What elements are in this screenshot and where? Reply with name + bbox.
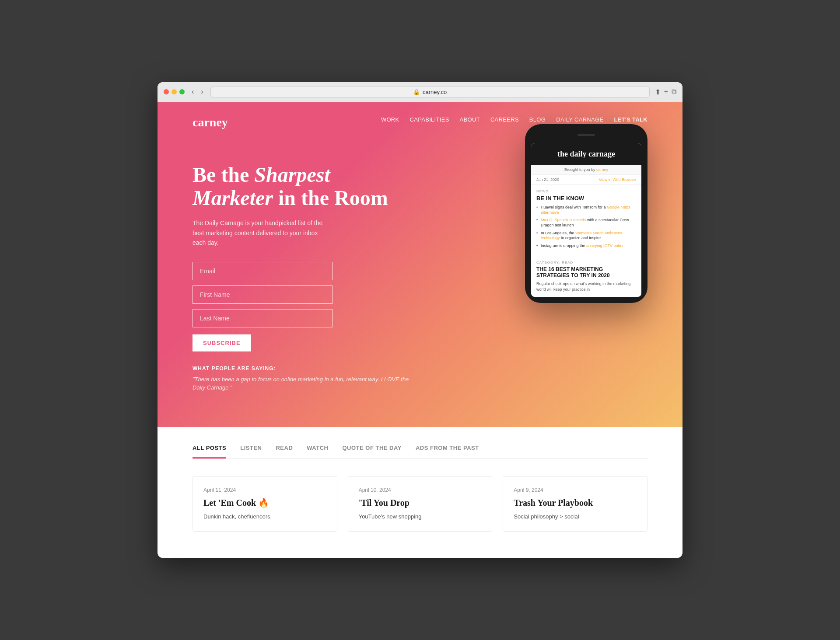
email-section-news: NEWS BE IN THE KNOW Huawei signs deal wi… <box>531 185 641 256</box>
subscribe-button[interactable]: SUBSCRIBE <box>192 334 251 351</box>
firstname-input[interactable] <box>192 285 332 304</box>
headline-normal: Be the <box>192 163 254 186</box>
list-item: Huawei signs deal with TomTom for a Goog… <box>536 205 636 215</box>
email-news-tag: NEWS <box>536 189 636 193</box>
share-button[interactable]: ⬆ <box>655 88 661 96</box>
phone-notch <box>569 130 604 140</box>
nav-blog[interactable]: BLOG <box>529 116 546 123</box>
nav-careers[interactable]: CAREERS <box>490 116 519 123</box>
page-content: carney WORK CAPABILITIES ABOUT CAREERS B… <box>158 102 682 558</box>
email-meta-text: Brought to you by <box>564 167 595 172</box>
blog-card-3[interactable]: April 9, 2024 Trash Your Playbook Social… <box>503 476 648 532</box>
hero-subtext: The Daily Carnage is your handpicked lis… <box>192 218 332 247</box>
blog-section: ALL POSTS LISTEN READ WATCH QUOTE OF THE… <box>158 427 682 558</box>
blog-grid: April 11, 2024 Let 'Em Cook 🔥 Dunkin hac… <box>192 476 648 532</box>
card-date: April 10, 2024 <box>359 487 482 493</box>
email-field-group <box>192 262 411 280</box>
tab-quote-of-the-day[interactable]: QUOTE OF THE DAY <box>343 445 402 458</box>
address-bar[interactable]: 🔒 carney.co <box>210 87 650 97</box>
tab-ads-from-the-past[interactable]: ADS FROM THE PAST <box>416 445 479 458</box>
blog-tabs: ALL POSTS LISTEN READ WATCH QUOTE OF THE… <box>192 445 648 459</box>
testimonial-quote: "There has been a gap to focus on online… <box>192 375 411 392</box>
testimonial-label: WHAT PEOPLE ARE SAYING: <box>192 365 411 372</box>
email-news-title: BE IN THE KNOW <box>536 195 636 202</box>
email-date-row: Jan 21, 2020 View in Web Browser <box>531 175 641 185</box>
nav-daily-carnage[interactable]: DAILY CARNAGE <box>556 116 603 123</box>
list-item: Instagram is dropping the annoying IGTV … <box>536 243 636 249</box>
phone-speaker <box>578 134 595 136</box>
forward-button[interactable]: › <box>199 87 205 97</box>
email-view-link[interactable]: View in Web Browser <box>599 177 636 182</box>
womens-march-link[interactable]: Women's March embraces technology <box>541 231 622 240</box>
nav-capabilities[interactable]: CAPABILITIES <box>410 116 449 123</box>
new-tab-button[interactable]: + <box>664 88 668 96</box>
phone-mockup: the daily carnage Brought to you by carn… <box>525 124 648 303</box>
card-title: Let 'Em Cook 🔥 <box>203 497 326 508</box>
browser-window: ‹ › 🔒 carney.co ⬆ + ⧉ carney WORK CAPABI… <box>158 82 682 558</box>
tabs-button[interactable]: ⧉ <box>672 88 676 96</box>
minimize-button[interactable] <box>172 89 177 94</box>
email-category-tag: CATEGORY: READ <box>536 261 636 264</box>
card-title: 'Til You Drop <box>359 497 482 508</box>
email-read-text: Regular check-ups on what's working in t… <box>536 281 636 292</box>
browser-nav: ‹ › <box>190 87 205 97</box>
subscribe-form: SUBSCRIBE <box>192 262 411 351</box>
spacex-link[interactable]: Max Q: SpaceX succeeds <box>541 218 586 222</box>
card-date: April 11, 2024 <box>203 487 326 493</box>
email-news-list: Huawei signs deal with TomTom for a Goog… <box>536 205 636 249</box>
email-input[interactable] <box>192 262 332 280</box>
email-meta-link[interactable]: carney <box>596 167 608 172</box>
close-button[interactable] <box>164 89 169 94</box>
list-item: Max Q: SpaceX succeeds with a spectacula… <box>536 218 636 228</box>
email-title: the daily carnage <box>538 150 634 159</box>
browser-chrome: ‹ › 🔒 carney.co ⬆ + ⧉ <box>158 82 682 102</box>
email-date: Jan 21, 2020 <box>536 177 559 182</box>
hero-left: Be the SharpestMarketer in the Room The … <box>192 155 411 392</box>
card-excerpt: Dunkin hack, chefluencers, <box>203 512 326 521</box>
blog-card-2[interactable]: April 10, 2024 'Til You Drop YouTube's n… <box>348 476 493 532</box>
url-text: carney.co <box>423 89 447 95</box>
maximize-button[interactable] <box>179 89 185 94</box>
card-title: Trash Your Playbook <box>514 497 637 508</box>
back-button[interactable]: ‹ <box>190 87 196 97</box>
email-meta: Brought to you by carney <box>531 165 641 175</box>
card-excerpt: Social philosophy > social <box>514 512 637 521</box>
tab-read[interactable]: READ <box>276 445 293 458</box>
firstname-field-group <box>192 285 411 304</box>
site-logo: carney <box>192 115 228 129</box>
secure-icon: 🔒 <box>413 89 420 95</box>
blog-card-1[interactable]: April 11, 2024 Let 'Em Cook 🔥 Dunkin hac… <box>192 476 337 532</box>
site-nav: WORK CAPABILITIES ABOUT CAREERS BLOG DAI… <box>381 116 648 123</box>
headline-end: in the Room <box>273 186 388 209</box>
tab-listen[interactable]: LISTEN <box>240 445 262 458</box>
nav-about[interactable]: ABOUT <box>460 116 480 123</box>
list-item: In Los Angeles, the Women's March embrac… <box>536 231 636 241</box>
google-maps-link[interactable]: Google Maps alternative <box>541 205 630 215</box>
hero-section: carney WORK CAPABILITIES ABOUT CAREERS B… <box>158 102 682 427</box>
card-excerpt: YouTube's new shopping <box>359 512 482 521</box>
logo-area: carney <box>192 115 228 129</box>
igtv-link[interactable]: annoying IGTV button <box>586 243 625 248</box>
nav-lets-talk[interactable]: LET'S TALK <box>614 116 648 123</box>
testimonial-section: WHAT PEOPLE ARE SAYING: "There has been … <box>192 365 411 392</box>
email-read-title: THE 16 BEST MARKETING STRATEGIES TO TRY … <box>536 266 636 279</box>
lastname-input[interactable] <box>192 309 332 327</box>
tab-watch[interactable]: WATCH <box>307 445 328 458</box>
browser-actions: ⬆ + ⧉ <box>655 88 676 96</box>
nav-work[interactable]: WORK <box>381 116 399 123</box>
email-header: the daily carnage <box>531 143 641 165</box>
tab-all-posts[interactable]: ALL POSTS <box>192 445 226 459</box>
lastname-field-group <box>192 309 411 327</box>
hero-headline: Be the SharpestMarketer in the Room <box>192 163 411 210</box>
card-date: April 9, 2024 <box>514 487 637 493</box>
phone-screen: the daily carnage Brought to you by carn… <box>531 143 641 297</box>
email-daily: daily <box>570 150 587 158</box>
email-section-read: CATEGORY: READ THE 16 BEST MARKETING STR… <box>531 256 641 297</box>
traffic-lights <box>164 89 185 94</box>
